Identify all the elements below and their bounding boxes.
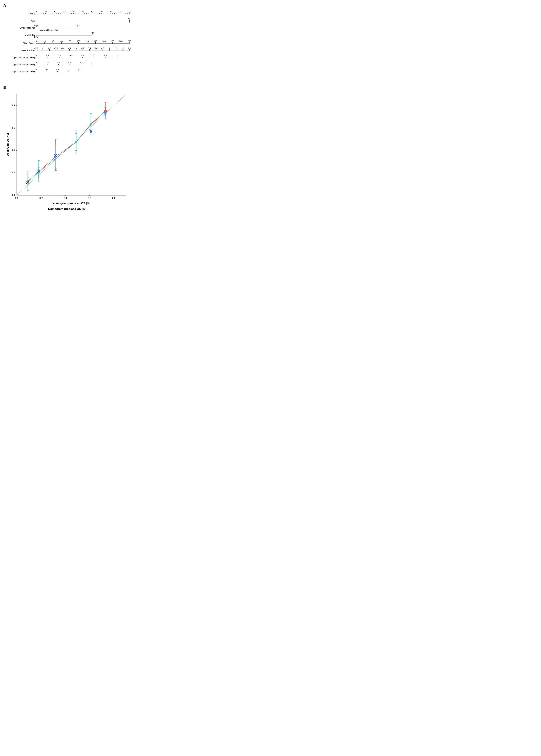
svg-text:-1.2: -1.2 (34, 47, 38, 50)
svg-text:-1: -1 (42, 47, 44, 50)
panel-b: B 0.00.20.40.60.80.00.20.40.60.8Observed… (3, 85, 131, 211)
svg-text:30: 30 (63, 11, 65, 13)
svg-text:80: 80 (110, 11, 112, 13)
svg-text:60: 60 (61, 40, 63, 43)
svg-text:0.2: 0.2 (40, 197, 43, 199)
svg-text:80: 80 (69, 40, 71, 43)
svg-text:Low: Low (34, 36, 38, 38)
svg-text:0.2: 0.2 (67, 69, 70, 71)
svg-text:60: 60 (91, 11, 93, 13)
svg-text:0.4: 0.4 (88, 47, 91, 50)
svg-text:0.5: 0.5 (35, 69, 37, 71)
svg-text:0.5: 0.5 (46, 62, 49, 64)
svg-text:Poor: Poor (76, 25, 80, 27)
svg-text:20: 20 (54, 11, 56, 13)
svg-text:0.6: 0.6 (58, 54, 61, 56)
svg-text:0.0: 0.0 (15, 197, 18, 199)
svg-text:<=60: <=60 (34, 25, 38, 27)
svg-text:Points: Points (29, 12, 35, 15)
nomogram-chart: Points0102030405060708090100Age>60Cytoge… (3, 9, 131, 80)
svg-text:-0.2: -0.2 (68, 47, 71, 50)
svg-line-205 (17, 94, 126, 195)
panel-a-label: A (3, 3, 131, 8)
svg-text:1.4: 1.4 (121, 47, 124, 50)
svg-text:1.6: 1.6 (128, 47, 131, 50)
svg-text:-0.6: -0.6 (54, 47, 58, 50)
svg-text:-0.8: -0.8 (48, 47, 51, 50)
panel-b-label: B (3, 85, 131, 90)
svg-text:0.8: 0.8 (101, 47, 104, 50)
svg-text:Cytogenetic risk: Cytogenetic risk (20, 27, 35, 29)
svg-text:0.8: 0.8 (35, 54, 37, 56)
svg-text:0: 0 (76, 47, 77, 50)
svg-text:Observed OS (%): Observed OS (%) (6, 133, 9, 157)
svg-text:0.4: 0.4 (46, 69, 48, 71)
x-axis-label: Nomogram-prediced OS (%) (3, 207, 131, 211)
svg-text:180: 180 (111, 40, 114, 43)
svg-text:Linear Predictor: Linear Predictor (20, 49, 35, 52)
svg-text:160: 160 (102, 40, 106, 43)
svg-text:0.3: 0.3 (56, 69, 59, 71)
svg-text:0.6: 0.6 (88, 197, 91, 199)
svg-text:0.3: 0.3 (93, 54, 95, 56)
svg-text:0.4: 0.4 (57, 62, 60, 64)
svg-text:0.0: 0.0 (12, 194, 15, 196)
svg-text:0.6: 0.6 (95, 47, 98, 50)
svg-text:0.2: 0.2 (12, 171, 15, 174)
panel-a: A Points0102030405060708090100Age>60Cyto… (3, 3, 131, 80)
svg-text:0.2: 0.2 (80, 62, 82, 64)
svg-text:90: 90 (119, 11, 121, 13)
svg-text:0.8: 0.8 (112, 197, 116, 199)
calibration-chart: 0.00.20.40.60.80.00.20.40.60.8Observed O… (3, 91, 131, 205)
svg-text:0.4: 0.4 (64, 197, 67, 199)
svg-text:Nomogram-prediced OS (%): Nomogram-prediced OS (%) (52, 202, 91, 205)
svg-text:0.1: 0.1 (116, 54, 119, 56)
svg-text:0.8: 0.8 (12, 104, 15, 107)
svg-text:3-year survival probability: 3-year survival probability (12, 63, 35, 66)
svg-text:0.2: 0.2 (104, 54, 107, 56)
svg-text:Total Points: Total Points (23, 42, 35, 45)
svg-text:100: 100 (128, 11, 131, 13)
svg-text:0: 0 (36, 11, 37, 13)
svg-text:0: 0 (36, 40, 37, 43)
svg-text:40: 40 (52, 40, 54, 43)
svg-text:100: 100 (77, 40, 80, 43)
svg-text:1.2: 1.2 (115, 47, 118, 50)
svg-text:0.1: 0.1 (78, 69, 80, 71)
svg-text:1-year survival probability: 1-year survival probability (12, 56, 35, 59)
svg-text:140: 140 (94, 40, 97, 43)
svg-text:70: 70 (100, 11, 103, 13)
svg-text:Age: Age (31, 19, 35, 22)
svg-text:0.3: 0.3 (68, 62, 71, 64)
svg-text:0.1: 0.1 (91, 62, 93, 64)
svg-text:-0.4: -0.4 (61, 47, 65, 50)
svg-text:0.4: 0.4 (81, 54, 84, 56)
svg-text:0.6: 0.6 (35, 62, 37, 64)
svg-text:50: 50 (82, 11, 84, 13)
svg-text:High: High (90, 32, 94, 34)
svg-text:Favorable&Intermediate: Favorable&Intermediate (39, 29, 59, 31)
svg-text:>60: >60 (128, 17, 131, 20)
svg-text:COMMD7: COMMD7 (25, 33, 35, 36)
svg-text:0.2: 0.2 (81, 47, 84, 50)
svg-text:200: 200 (119, 40, 123, 43)
svg-text:0.5: 0.5 (70, 54, 72, 56)
svg-text:10: 10 (44, 11, 47, 13)
svg-text:120: 120 (85, 40, 89, 43)
svg-text:40: 40 (72, 11, 75, 13)
svg-text:20: 20 (44, 40, 46, 43)
svg-text:0.6: 0.6 (12, 127, 15, 129)
svg-text:5-year survival probability: 5-year survival probability (12, 70, 35, 73)
svg-text:0.4: 0.4 (12, 149, 15, 152)
svg-text:220: 220 (128, 40, 131, 43)
svg-text:1: 1 (109, 47, 110, 50)
svg-text:0.7: 0.7 (46, 54, 49, 56)
